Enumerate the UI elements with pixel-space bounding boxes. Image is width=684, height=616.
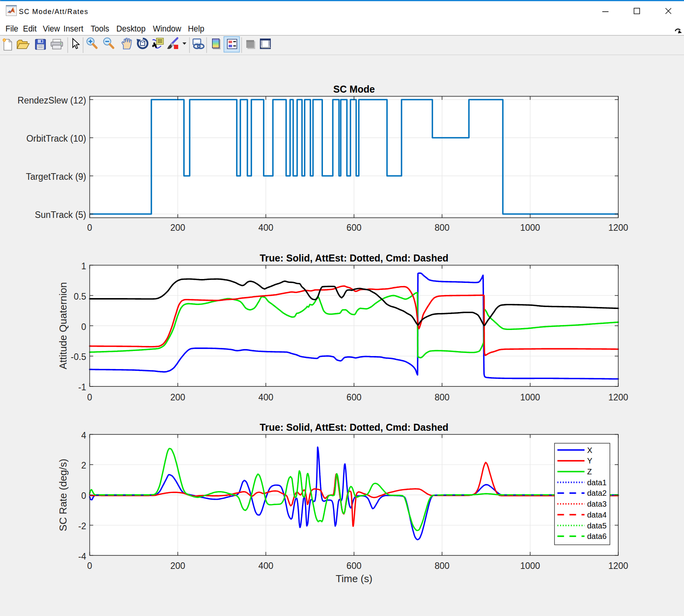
svg-text:-2: -2 — [78, 521, 86, 531]
svg-text:data3: data3 — [587, 500, 607, 508]
svg-text:1000: 1000 — [520, 561, 540, 571]
svg-text:2: 2 — [81, 460, 86, 470]
svg-text:0: 0 — [81, 322, 86, 332]
svg-text:1200: 1200 — [608, 561, 628, 571]
svg-text:-0.5: -0.5 — [71, 352, 86, 362]
svg-text:Z: Z — [587, 467, 592, 476]
svg-text:1000: 1000 — [520, 392, 540, 402]
svg-text:600: 600 — [347, 561, 361, 571]
svg-text:Time (s): Time (s) — [336, 573, 372, 584]
svg-text:Attitude Quaternion: Attitude Quaternion — [57, 282, 69, 369]
svg-text:SC Mode: SC Mode — [333, 84, 375, 95]
svg-text:X: X — [587, 446, 592, 455]
svg-text:1200: 1200 — [608, 392, 628, 402]
svg-text:800: 800 — [435, 223, 449, 233]
svg-text:0: 0 — [87, 223, 92, 233]
svg-text:600: 600 — [347, 223, 361, 233]
svg-text:1000: 1000 — [520, 223, 540, 233]
svg-text:SunTrack (5): SunTrack (5) — [35, 210, 86, 220]
svg-text:400: 400 — [258, 392, 273, 402]
svg-text:data1: data1 — [587, 478, 607, 487]
svg-text:data4: data4 — [587, 511, 607, 519]
svg-text:RendezSlew (12): RendezSlew (12) — [18, 95, 86, 105]
svg-text:-4: -4 — [78, 551, 86, 562]
svg-text:1: 1 — [81, 261, 86, 271]
svg-text:400: 400 — [258, 561, 273, 571]
svg-text:0: 0 — [87, 561, 92, 571]
svg-text:TargetTrack (9): TargetTrack (9) — [26, 172, 86, 182]
svg-text:0: 0 — [81, 491, 86, 501]
svg-text:400: 400 — [258, 223, 273, 233]
svg-text:True: Solid, AttEst: Dotted, C: True: Solid, AttEst: Dotted, Cmd: Dashed — [260, 422, 448, 433]
svg-text:600: 600 — [347, 392, 361, 402]
svg-text:800: 800 — [435, 392, 449, 402]
svg-text:4: 4 — [81, 430, 86, 441]
svg-text:True: Solid, AttEst: Dotted, C: True: Solid, AttEst: Dotted, Cmd: Dashed — [260, 253, 448, 263]
svg-text:Y: Y — [587, 456, 592, 465]
svg-text:SC Rate (deg/s): SC Rate (deg/s) — [57, 459, 69, 531]
svg-text:data2: data2 — [587, 489, 607, 497]
svg-text:OrbitTrack (10): OrbitTrack (10) — [26, 133, 86, 144]
svg-text:data5: data5 — [587, 521, 607, 530]
svg-text:1200: 1200 — [608, 223, 628, 233]
svg-text:data6: data6 — [587, 532, 607, 541]
svg-text:0.5: 0.5 — [74, 291, 86, 302]
svg-text:200: 200 — [170, 392, 185, 402]
svg-text:200: 200 — [170, 223, 185, 233]
svg-text:-1: -1 — [78, 382, 86, 392]
svg-text:800: 800 — [435, 561, 449, 571]
svg-text:200: 200 — [170, 561, 185, 571]
svg-text:0: 0 — [87, 392, 92, 402]
